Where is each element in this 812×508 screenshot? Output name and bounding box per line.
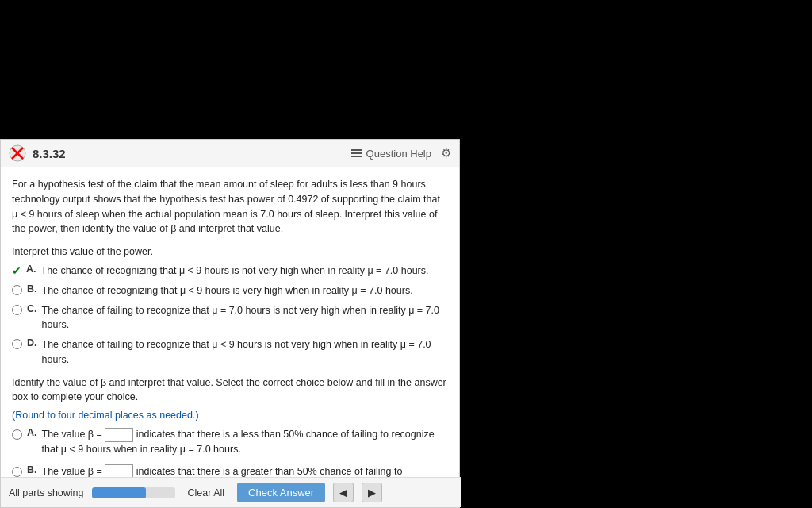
header-right: Question Help ⚙ — [351, 146, 451, 160]
bottom-bar: All parts showing Clear All Check Answer… — [1, 477, 461, 507]
progress-bar-fill — [92, 487, 146, 498]
power-options: ✔ A. The chance of recognizing that μ < … — [12, 264, 448, 368]
question-header: 8.3.32 Question Help ⚙ — [1, 140, 459, 167]
question-number: 8.3.32 — [33, 147, 66, 160]
power-option-c-letter: C. — [27, 303, 37, 314]
power-option-c-text: The chance of failing to recognize that … — [42, 303, 449, 333]
power-option-a-text: The chance of recognizing that μ < 9 hou… — [41, 264, 429, 279]
settings-button[interactable]: ⚙ — [441, 146, 451, 160]
question-help-button[interactable]: Question Help — [351, 148, 431, 160]
power-option-a-row: ✔ A. The chance of recognizing that μ < … — [12, 264, 448, 279]
power-option-d-letter: D. — [27, 337, 37, 348]
app-logo-icon — [9, 144, 26, 162]
all-parts-label: All parts showing — [9, 487, 84, 498]
power-section-label: Interpret this value of the power. — [12, 246, 448, 257]
round-note: (Round to four decimal places as needed.… — [12, 410, 448, 421]
content-area: For a hypothesis test of the claim that … — [1, 167, 459, 479]
power-option-b-row: B. The chance of recognizing that μ < 9 … — [12, 283, 448, 298]
power-option-c-radio[interactable] — [12, 305, 22, 315]
beta-option-a-text: The value β = indicates that there is a … — [42, 427, 449, 458]
list-icon — [351, 149, 362, 157]
header-left: 8.3.32 — [9, 144, 66, 162]
checkmark-icon-a: ✔ — [12, 264, 21, 277]
check-answer-button[interactable]: Check Answer — [237, 483, 325, 502]
beta-a-input[interactable] — [105, 428, 133, 442]
svg-rect-3 — [351, 149, 362, 151]
beta-option-b-letter: B. — [27, 464, 37, 475]
main-panel: 8.3.32 Question Help ⚙ For a hypothesis … — [0, 139, 460, 508]
power-option-d-row: D. The chance of failing to recognize th… — [12, 337, 448, 368]
clear-all-button[interactable]: Clear All — [183, 485, 230, 501]
intro-text: For a hypothesis test of the claim that … — [12, 177, 448, 237]
power-option-d-radio[interactable] — [12, 339, 22, 349]
power-option-d-text: The chance of failing to recognize that … — [42, 337, 449, 368]
power-option-c-row: C. The chance of failing to recognize th… — [12, 303, 448, 333]
beta-option-a-radio[interactable] — [12, 429, 22, 440]
beta-option-a-row: A. The value β = indicates that there is… — [12, 427, 448, 458]
beta-section-intro: Identify the value of β and interpret th… — [12, 375, 448, 406]
power-option-a-letter: A. — [26, 264, 36, 275]
progress-bar — [92, 487, 175, 498]
svg-rect-4 — [351, 152, 362, 154]
svg-rect-5 — [351, 156, 362, 157]
power-option-b-radio[interactable] — [12, 285, 22, 295]
beta-option-b-radio[interactable] — [12, 467, 22, 477]
next-button[interactable]: ▶ — [362, 483, 382, 502]
power-option-b-text: The chance of recognizing that μ < 9 hou… — [42, 283, 413, 298]
prev-button[interactable]: ◀ — [333, 483, 354, 502]
beta-option-a-letter: A. — [27, 427, 37, 438]
power-option-b-letter: B. — [27, 283, 37, 294]
